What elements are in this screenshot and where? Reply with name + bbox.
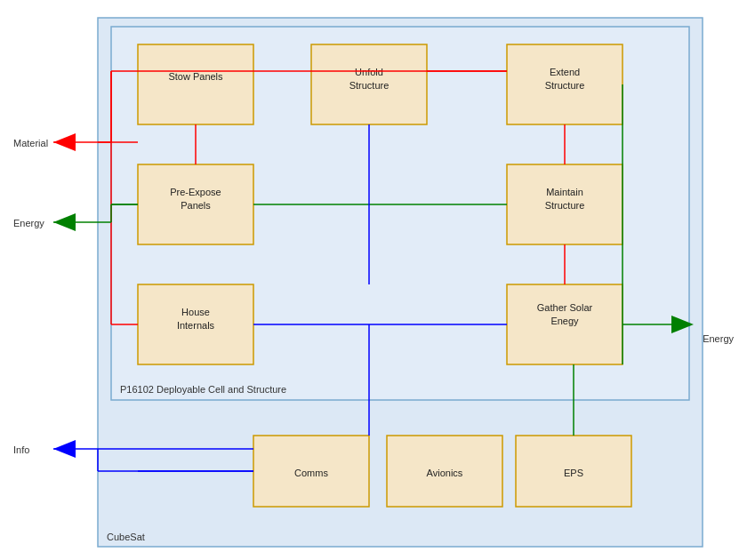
svg-text:Maintain: Maintain <box>546 187 583 197</box>
svg-text:Structure: Structure <box>349 80 390 91</box>
svg-text:Pre-Expose: Pre-Expose <box>170 187 221 197</box>
svg-text:Structure: Structure <box>545 80 585 91</box>
svg-text:Enegy: Enegy <box>550 316 579 326</box>
energy-in-arrow <box>53 213 76 231</box>
svg-text:House: House <box>181 307 210 317</box>
cubesat-label: CubeSat <box>107 532 145 542</box>
svg-text:Unfold: Unfold <box>355 67 383 77</box>
svg-text:Structure: Structure <box>545 200 585 211</box>
svg-text:Gather Solar: Gather Solar <box>537 302 593 313</box>
svg-text:Internals: Internals <box>177 320 215 331</box>
info-arrow <box>53 440 76 458</box>
svg-text:Panels: Panels <box>181 200 211 211</box>
deployable-label: P16102 Deployable Cell and Structure <box>120 384 286 395</box>
comms-label: Comms <box>294 468 328 478</box>
stow-panels-box <box>138 44 253 124</box>
avionics-label: Avionics <box>427 468 463 478</box>
stow-panels-label: Stow Panels <box>168 71 223 82</box>
svg-text:Extend: Extend <box>550 67 580 77</box>
eps-label: EPS <box>564 468 583 478</box>
material-arrow <box>53 133 76 151</box>
diagram-svg: P16102 Deployable Cell and Structure Cub… <box>0 0 747 560</box>
